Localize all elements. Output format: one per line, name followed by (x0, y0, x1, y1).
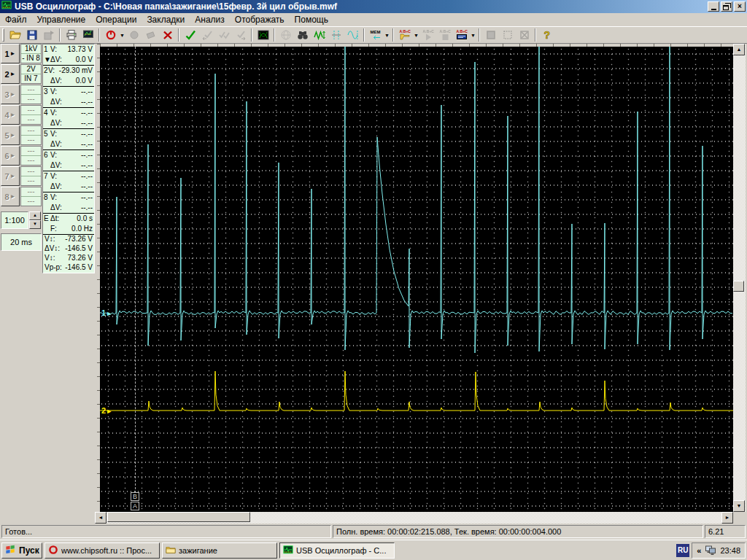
cursor-tag-a[interactable]: A (131, 502, 139, 510)
channel2-trace-marker[interactable]: 2► (101, 407, 112, 416)
record-button (125, 27, 142, 43)
cursor-tag-b[interactable]: B (131, 492, 139, 501)
vertical-scroll-thumb[interactable] (733, 281, 744, 292)
abc-stop-button: A:B+C (436, 27, 453, 43)
abc-panel-dropdown-icon[interactable]: ▼ (470, 33, 476, 38)
probe-scale-value[interactable]: 1:100 (1, 211, 28, 229)
svg-text:A:B+C: A:B+C (439, 29, 451, 34)
scroll-right-icon[interactable]: ► (721, 512, 733, 524)
start-button[interactable]: Пуск (1, 542, 42, 559)
channel-5-range[interactable]: ------ (20, 125, 42, 145)
channel-1-range[interactable]: 1kV- IN 8 (20, 44, 42, 63)
tray-box: « 23:48 (692, 542, 746, 559)
task-label: зажигание (179, 546, 217, 555)
channel-7-range[interactable]: ------ (20, 166, 42, 186)
channel-column: 1►1kV- IN 82►2VIN 73►------4►------5►---… (0, 44, 42, 207)
channel-2-button[interactable]: 2► (1, 64, 20, 84)
delete-button[interactable] (159, 27, 176, 43)
taskbar-task-scope-app[interactable]: USB Осциллограф - C... (279, 542, 395, 559)
timebase-value[interactable]: 20 ms (1, 233, 42, 251)
channel-8-range[interactable]: ------ (20, 187, 42, 206)
minimize-button[interactable] (708, 1, 719, 12)
power-start-stop-button[interactable] (102, 27, 119, 43)
toolbar-separator (98, 28, 100, 42)
restore-button[interactable] (721, 1, 732, 12)
vertical-scrollbar[interactable]: ▲ ▼ (733, 44, 746, 512)
check-apply-button[interactable] (182, 27, 198, 43)
channel-4-button[interactable]: 4► (1, 105, 20, 125)
channel-8-block: 8►------ (0, 187, 42, 207)
channel-6-range[interactable]: ------ (20, 146, 42, 166)
language-indicator[interactable]: RU (676, 544, 689, 557)
svg-text:A:B+C: A:B+C (456, 29, 468, 34)
oscilloscope-display[interactable]: B A 1► 2► (100, 47, 733, 512)
abc-open-button[interactable]: A:B+C (396, 27, 413, 43)
menu-item-файл[interactable]: Файл (0, 14, 32, 26)
menu-item-помощь[interactable]: Помощь (290, 14, 333, 26)
wave-measure-button[interactable] (344, 27, 361, 43)
menu-item-закладки[interactable]: Закладки (142, 14, 190, 26)
channel-5-button[interactable]: 5► (1, 125, 20, 145)
menu-item-управление[interactable]: Управление (32, 14, 91, 26)
horizontal-scrollbar[interactable]: ◄ ► (95, 512, 733, 524)
xy-mode-button[interactable] (255, 27, 271, 43)
spinner-up-icon[interactable]: ▲ (29, 211, 41, 220)
spinner-down-icon[interactable]: ▼ (29, 220, 41, 229)
channel-3-button[interactable]: 3► (1, 85, 20, 104)
scroll-up-icon[interactable]: ▲ (733, 44, 745, 55)
channel-4-range[interactable]: ------ (20, 105, 42, 125)
system-tray: RU « 23:48 (676, 542, 746, 559)
open-folder-button[interactable] (7, 27, 23, 43)
channel-8-button[interactable]: 8► (1, 187, 20, 206)
square-solid-button (482, 27, 499, 43)
measure-channel-5: 5V:--.--ΔV:--.-- (43, 129, 94, 150)
search-binoculars-button[interactable] (294, 27, 311, 43)
time-cursor-line[interactable] (135, 47, 136, 493)
status-time: Полн. время: 00:00:02:215.088, Тек. врем… (333, 525, 703, 538)
channel-5-block: 5►------ (0, 125, 42, 146)
network-icon[interactable] (705, 544, 716, 557)
scroll-left-icon[interactable]: ◄ (95, 512, 107, 524)
fit-waveform-button[interactable] (311, 27, 328, 43)
abc-play-button: A:B+C (419, 27, 436, 43)
print-button[interactable] (63, 27, 80, 43)
window-title: USB Осциллограф - C:\Новая папка\зажиган… (15, 1, 706, 12)
probe-scale-spinner: ▲ ▼ (29, 211, 41, 229)
taskbar-task-folder[interactable]: зажигание (162, 542, 277, 559)
save-button[interactable] (23, 27, 40, 43)
horizontal-scroll-thumb[interactable] (107, 512, 250, 522)
power-start-stop-dropdown-icon[interactable]: ▼ (119, 33, 125, 38)
vertical-ruler (95, 44, 100, 512)
measure-channel-6: 6V:--.--ΔV:--.-- (43, 150, 94, 171)
channel-7-button[interactable]: 7► (1, 166, 20, 186)
memory-dropdown-icon[interactable]: ▼ (384, 33, 390, 38)
display-settings-button[interactable] (80, 27, 96, 43)
svg-text:?: ? (543, 29, 550, 41)
menu-item-операции[interactable]: Операции (90, 14, 142, 26)
vertical-markers-button[interactable] (328, 27, 344, 43)
channel-6-button[interactable]: 6► (1, 146, 20, 166)
zoom-globe-button (277, 27, 294, 43)
measure-channel-7: 7V:--.--ΔV:--.-- (43, 171, 94, 192)
menu-item-отображать[interactable]: Отображать (230, 14, 290, 26)
erase-button (142, 27, 159, 43)
channel-2-range[interactable]: 2VIN 7 (20, 64, 42, 84)
toolbar-handle[interactable] (2, 28, 4, 42)
channel-3-range[interactable]: ------ (20, 85, 42, 104)
waveform-traces (100, 47, 733, 512)
memory-button[interactable]: MEM (367, 27, 384, 43)
scope-app-icon (283, 545, 293, 556)
scroll-down-icon[interactable]: ▼ (733, 500, 745, 512)
channel-1-button[interactable]: 1► (1, 44, 20, 63)
menu-item-анализ[interactable]: Анализ (190, 14, 230, 26)
help-button[interactable]: ? (538, 27, 555, 43)
channel-3-block: 3►------ (0, 85, 42, 105)
taskbar-task-opera[interactable]: www.chipsoft.ru :: Прос... (44, 542, 160, 559)
check-all-button (215, 27, 232, 43)
toolbar-separator (479, 28, 480, 42)
channel1-trace-marker[interactable]: 1► (101, 309, 112, 318)
abc-open-dropdown-icon[interactable]: ▼ (413, 33, 419, 38)
tray-chevron-icon[interactable]: « (697, 546, 701, 555)
close-button[interactable]: × (734, 1, 746, 12)
abc-panel-button[interactable]: A:B+C (453, 27, 470, 43)
